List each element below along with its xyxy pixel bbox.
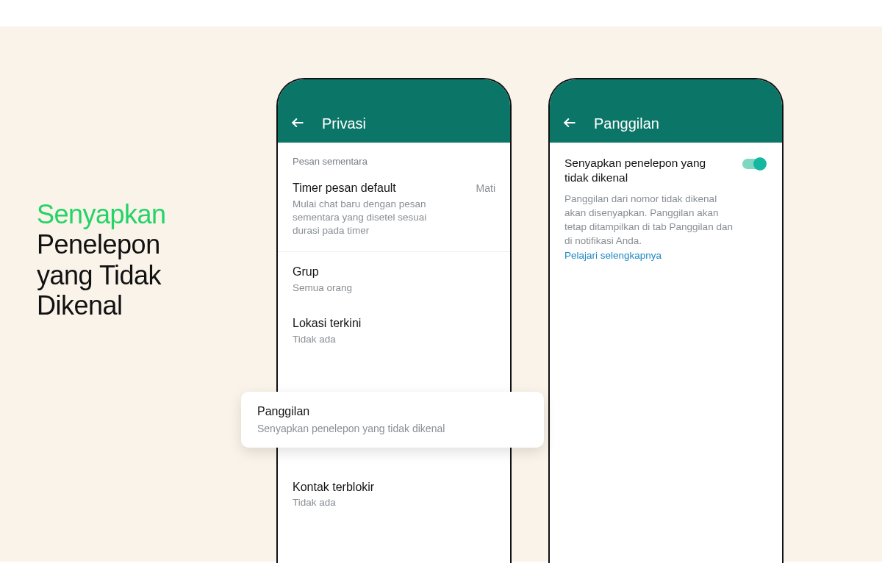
back-arrow-icon[interactable] — [562, 115, 578, 131]
row-calls-highlighted[interactable]: Panggilan Senyapkan penelepon yang tidak… — [241, 392, 544, 448]
appbar: Panggilan — [550, 79, 782, 143]
row-live-location[interactable]: Lokasi terkini Tidak ada — [278, 305, 510, 356]
row-sub: Tidak ada — [293, 333, 454, 346]
row-sub: Semua orang — [293, 282, 454, 295]
learn-more-link[interactable]: Pelajari selengkapnya — [564, 250, 734, 261]
row-title: Grup — [293, 265, 319, 279]
toggle-knob — [753, 157, 767, 171]
appbar-title: Panggilan — [594, 115, 659, 132]
row-value: Mati — [476, 182, 495, 194]
row-silence-unknown-callers[interactable]: Senyapkan penelepon yang tidak dikenal P… — [550, 143, 782, 267]
back-arrow-icon[interactable] — [290, 115, 306, 131]
phone-mock-privacy: Privasi Pesan sementara Timer pesan defa… — [276, 78, 512, 563]
promo-canvas: Senyapkan Penelepon yang Tidak Dikenal P… — [0, 26, 882, 562]
row-sub: Tidak ada — [293, 497, 495, 508]
section-header-disappearing: Pesan sementara — [278, 143, 510, 173]
row-title: Kontak terblokir — [293, 481, 495, 494]
row-title: Lokasi terkini — [293, 317, 361, 330]
toggle-switch[interactable] — [742, 157, 767, 171]
row-title: Panggilan — [257, 405, 528, 418]
phone-mock-calls: Panggilan Senyapkan penelepon yang tidak… — [548, 78, 784, 563]
row-sub: Senyapkan penelepon yang tidak dikenal — [257, 423, 528, 434]
toggle-description: Panggilan dari nomor tidak dikenal akan … — [564, 193, 734, 248]
row-title: Timer pesan default — [293, 182, 396, 195]
toggle-title: Senyapkan penelepon yang tidak dikenal — [564, 156, 719, 185]
appbar-title: Privasi — [322, 115, 366, 132]
headline-line: Penelepon — [37, 229, 243, 259]
headline-accent-line: Senyapkan — [37, 199, 243, 229]
headline-line: Dikenal — [37, 290, 243, 320]
headline-line: yang Tidak — [37, 260, 243, 290]
headline: Senyapkan Penelepon yang Tidak Dikenal — [37, 199, 243, 321]
row-default-timer[interactable]: Timer pesan default Mati Mulai chat baru… — [278, 173, 510, 252]
appbar: Privasi — [278, 79, 510, 143]
row-groups[interactable]: Grup Semua orang — [278, 252, 510, 305]
row-blocked-contacts[interactable]: Kontak terblokir Tidak ada — [293, 481, 495, 508]
row-sub: Mulai chat baru dengan pesan sementara y… — [293, 198, 454, 238]
